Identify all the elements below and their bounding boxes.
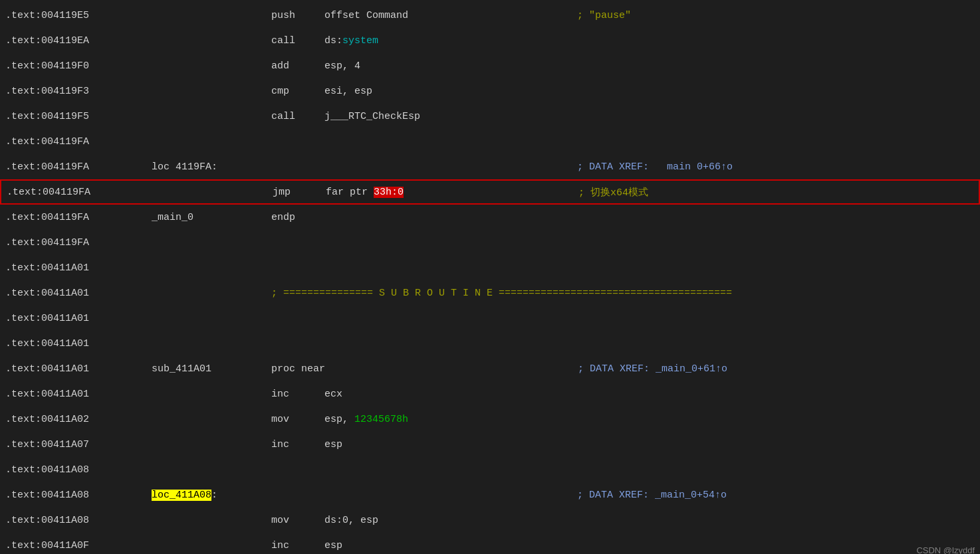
operands: esp, 4 — [324, 60, 577, 72]
mnemonic: mov — [271, 414, 324, 425]
code-line: .text:00411A08 loc_411A08: ; DATA XREF: … — [0, 482, 980, 508]
address: .text:004119FA — [5, 237, 152, 248]
operands: far ptr 33h:0 — [326, 187, 578, 198]
mnemonic: inc — [271, 389, 324, 400]
operands: esi, esp — [324, 86, 577, 97]
label: _main_0 — [152, 212, 271, 223]
mnemonic: endp — [271, 212, 324, 223]
mnemonic: call — [271, 35, 324, 46]
operands: ecx — [324, 389, 577, 400]
operands: ds:system — [324, 35, 577, 46]
comment: ; 切换x64模式 — [578, 186, 648, 199]
code-line: .text:004119F5 call j___RTC_CheckEsp — [0, 104, 980, 129]
red-highlight: 33h:0 — [374, 187, 404, 198]
code-line: .text:004119FA — [0, 129, 980, 154]
operands: ds:0, esp — [324, 515, 577, 526]
mnemonic: cmp — [271, 86, 324, 97]
operands: offset Command — [324, 10, 577, 21]
code-line: .text:00411A07 inc esp — [0, 432, 980, 457]
operands: j___RTC_CheckEsp — [324, 111, 577, 122]
operands: esp, 12345678h — [324, 414, 577, 425]
address: .text:004119FA — [5, 136, 152, 147]
code-line: .text:00411A01 — [0, 331, 980, 356]
code-line: .text:00411A02 mov esp, 12345678h — [0, 407, 980, 432]
comment: ; DATA XREF: main 0+66↑o — [577, 161, 733, 173]
address: .text:004119FA — [5, 161, 152, 173]
operands: esp — [324, 439, 577, 450]
address: .text:00411A01 — [5, 288, 152, 299]
code-line: .text:004119F3 cmp esi, esp — [0, 78, 980, 104]
address: .text:00411A02 — [5, 414, 152, 425]
address: .text:004119E5 — [5, 10, 152, 21]
highlighted-code-line: .text:004119FA jmp far ptr 33h:0 ; 切换x64… — [0, 179, 980, 205]
address: .text:00411A08 — [5, 464, 152, 476]
code-line: .text:00411A08 — [0, 457, 980, 482]
mnemonic: jmp — [273, 187, 326, 198]
code-line: .text:004119EA call ds:system — [0, 28, 980, 53]
yellow-label: loc_411A08 — [152, 490, 211, 501]
comment: ; DATA XREF: _main_0+61↑o — [578, 363, 727, 375]
comment: ; "pause" — [577, 10, 631, 21]
code-line-separator: .text:00411A01 ; =============== S U B R… — [0, 280, 980, 306]
mnemonic: inc — [271, 439, 324, 450]
address: .text:00411A0F — [5, 540, 152, 551]
address: .text:00411A07 — [5, 439, 152, 450]
code-line: .text:00411A01 — [0, 306, 980, 331]
code-view: .text:004119E5 push offset Command ; "pa… — [0, 0, 980, 554]
mnemonic: add — [271, 60, 324, 72]
code-line: .text:00411A01 inc ecx — [0, 381, 980, 407]
address: .text:00411A08 — [5, 515, 152, 526]
watermark: CSDN @lzyddf — [916, 545, 975, 554]
mnemonic: proc near — [271, 363, 325, 375]
label: sub_411A01 — [152, 363, 271, 375]
comment: ; DATA XREF: _main_0+54↑o — [577, 490, 727, 501]
code-line: .text:004119F0 add esp, 4 — [0, 53, 980, 78]
address: .text:00411A08 — [5, 490, 152, 501]
mnemonic: call — [271, 111, 324, 122]
address: .text:004119FA — [7, 187, 153, 198]
code-line: .text:00411A08 mov ds:0, esp — [0, 508, 980, 533]
address: .text:004119F0 — [5, 60, 152, 72]
code-line: .text:004119E5 push offset Command ; "pa… — [0, 3, 980, 28]
address: .text:00411A01 — [5, 363, 152, 375]
address: .text:00411A01 — [5, 313, 152, 324]
code-line: .text:004119FA _main_0 endp — [0, 205, 980, 230]
address: .text:004119EA — [5, 35, 152, 46]
code-line: .text:004119FA — [0, 230, 980, 255]
mnemonic: mov — [271, 515, 324, 526]
label: loc 4119FA: — [152, 161, 271, 173]
address: .text:00411A01 — [5, 262, 152, 274]
address: .text:004119F5 — [5, 111, 152, 122]
address: .text:004119F3 — [5, 86, 152, 97]
address: .text:00411A01 — [5, 389, 152, 400]
address: .text:00411A01 — [5, 338, 152, 349]
code-line: .text:00411A0F inc esp — [0, 533, 980, 554]
code-line: .text:00411A01 — [0, 255, 980, 280]
label: loc_411A08: — [152, 490, 271, 501]
operands: esp — [324, 540, 577, 551]
subroutine-separator: ; =============== S U B R O U T I N E ==… — [271, 288, 732, 299]
mnemonic: inc — [271, 540, 324, 551]
address: .text:004119FA — [5, 212, 152, 223]
code-line: .text:004119FA loc 4119FA: ; DATA XREF: … — [0, 154, 980, 179]
mnemonic: push — [271, 10, 324, 21]
code-line: .text:00411A01 sub_411A01 proc near ; DA… — [0, 356, 980, 381]
